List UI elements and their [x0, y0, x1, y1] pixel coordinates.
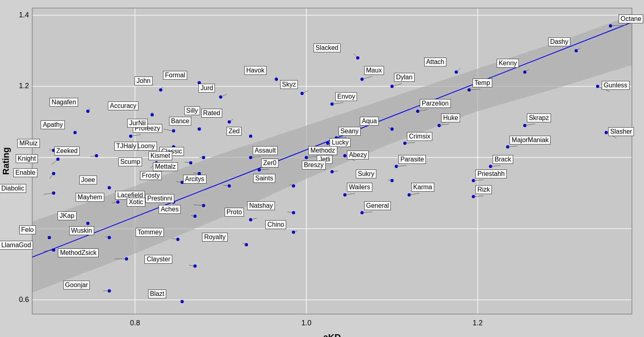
- player-label: Temp: [473, 79, 492, 87]
- player-label: Lucky: [330, 138, 351, 147]
- svg-point-100: [56, 158, 60, 161]
- svg-point-108: [189, 161, 192, 164]
- svg-point-174: [193, 265, 196, 268]
- svg-point-96: [313, 165, 316, 168]
- player-label: Formal: [163, 71, 187, 80]
- player-label: John: [134, 76, 153, 85]
- svg-line-125: [223, 185, 229, 186]
- svg-line-57: [606, 132, 616, 138]
- player-label: Sukry: [356, 170, 376, 178]
- svg-point-22: [575, 49, 578, 52]
- svg-line-51: [332, 103, 343, 104]
- svg-line-131: [473, 180, 483, 181]
- svg-point-98: [52, 149, 55, 152]
- player-label: Bance: [169, 117, 191, 126]
- svg-line-10: [32, 22, 632, 257]
- svg-point-178: [181, 300, 184, 303]
- svg-point-150: [292, 211, 295, 214]
- player-label: Rated: [201, 109, 223, 118]
- svg-point-148: [163, 207, 167, 211]
- svg-point-142: [116, 201, 120, 204]
- svg-line-133: [43, 193, 54, 194]
- player-label: Profeezy: [133, 124, 162, 133]
- player-label: Apathy: [41, 120, 65, 129]
- player-label: Aches: [159, 205, 180, 214]
- svg-line-77: [405, 143, 415, 143]
- svg-line-171: [43, 250, 54, 251]
- player-label: Parzelion: [420, 99, 451, 108]
- svg-point-102: [95, 154, 98, 157]
- svg-text:1.0: 1.0: [301, 319, 312, 327]
- svg-point-62: [181, 117, 184, 120]
- player-label: Gunless: [602, 81, 630, 90]
- player-label: Skrapz: [527, 114, 551, 122]
- svg-point-78: [506, 145, 509, 149]
- svg-point-90: [249, 156, 252, 159]
- svg-line-139: [409, 193, 419, 195]
- svg-line-121: [193, 173, 199, 174]
- player-label: Skyz: [280, 80, 298, 89]
- svg-point-154: [193, 215, 196, 218]
- svg-line-169: [47, 236, 50, 238]
- svg-point-34: [390, 85, 394, 88]
- player-label: Goonjar: [63, 281, 90, 289]
- svg-line-95: [345, 156, 355, 161]
- player-label: Brack: [493, 155, 513, 164]
- svg-point-56: [605, 131, 608, 134]
- svg-point-28: [455, 70, 458, 74]
- svg-point-66: [198, 127, 201, 130]
- player-label: Methodz: [308, 146, 337, 155]
- svg-text:0.8: 0.8: [19, 224, 29, 232]
- player-label: Abezy: [347, 151, 369, 159]
- svg-point-48: [219, 95, 222, 99]
- svg-rect-11: [32, 8, 632, 314]
- svg-point-30: [356, 56, 359, 60]
- svg-text:0.8: 0.8: [130, 319, 140, 327]
- svg-line-23: [576, 48, 580, 51]
- svg-point-76: [403, 142, 407, 145]
- player-label: Slacked: [314, 43, 341, 52]
- svg-point-46: [159, 88, 162, 91]
- svg-line-91: [251, 157, 261, 157]
- svg-line-79: [508, 146, 518, 147]
- svg-point-172: [125, 257, 128, 261]
- svg-point-168: [48, 236, 51, 239]
- player-label: Lacefield: [115, 191, 145, 200]
- player-label: Kismet: [149, 151, 172, 160]
- player-label: Chino: [265, 220, 286, 229]
- svg-point-86: [172, 145, 175, 149]
- svg-line-113: [396, 165, 407, 166]
- svg-point-68: [249, 134, 252, 138]
- player-label: Silly: [184, 106, 200, 115]
- svg-point-36: [361, 78, 364, 81]
- svg-line-105: [151, 152, 157, 154]
- svg-point-58: [86, 110, 89, 113]
- player-label: Blazt: [148, 289, 167, 298]
- svg-line-83: [131, 134, 141, 136]
- svg-line-27: [598, 86, 610, 91]
- player-label: Loony: [135, 142, 157, 151]
- player-label: Priestahh: [475, 170, 507, 178]
- player-label: Prestinni: [145, 194, 174, 203]
- svg-point-158: [86, 222, 89, 225]
- svg-line-137: [345, 193, 355, 195]
- svg-line-53: [439, 124, 449, 126]
- svg-point-44: [416, 110, 419, 113]
- player-label: Zer0: [261, 159, 279, 167]
- svg-line-157: [251, 218, 257, 220]
- svg-line-33: [469, 89, 481, 90]
- svg-line-145: [163, 201, 173, 202]
- svg-line-155: [191, 215, 195, 216]
- svg-line-67: [199, 127, 201, 129]
- svg-line-25: [525, 69, 529, 72]
- svg-text:1.2: 1.2: [19, 82, 29, 90]
- svg-line-127: [289, 184, 293, 186]
- svg-line-153: [362, 212, 372, 213]
- svg-line-73: [336, 137, 347, 138]
- svg-point-20: [609, 24, 612, 27]
- svg-line-179: [180, 300, 182, 302]
- svg-point-94: [343, 154, 347, 157]
- player-label: Frosty: [140, 171, 162, 180]
- svg-point-92: [305, 156, 308, 159]
- player-label: Kenny: [497, 59, 519, 68]
